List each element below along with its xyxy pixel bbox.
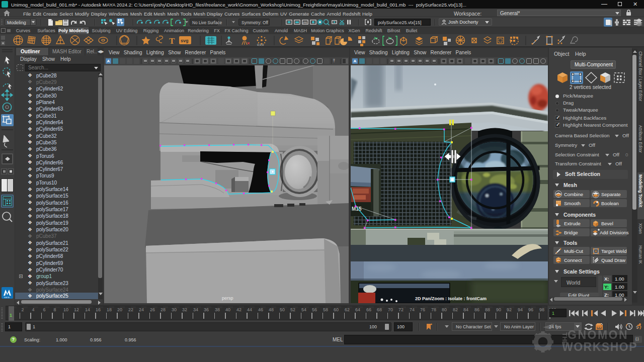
svg-text:0,0,0: 0,0,0 <box>257 43 264 46</box>
svg-text:GNOMON: GNOMON <box>568 328 628 341</box>
svg-text:2D Pan/Zoom : Isolate : frontC: 2D Pan/Zoom : Isolate : frontCam <box>415 296 487 301</box>
svg-text:MAYA: MAYA <box>4 296 10 299</box>
svg-text:WORKSHOP: WORKSHOP <box>562 340 637 353</box>
svg-text:T: T <box>169 36 175 46</box>
svg-text:IPR: IPR <box>303 21 307 24</box>
svg-text:svg: svg <box>181 38 189 43</box>
svg-text:persp: persp <box>222 296 233 301</box>
